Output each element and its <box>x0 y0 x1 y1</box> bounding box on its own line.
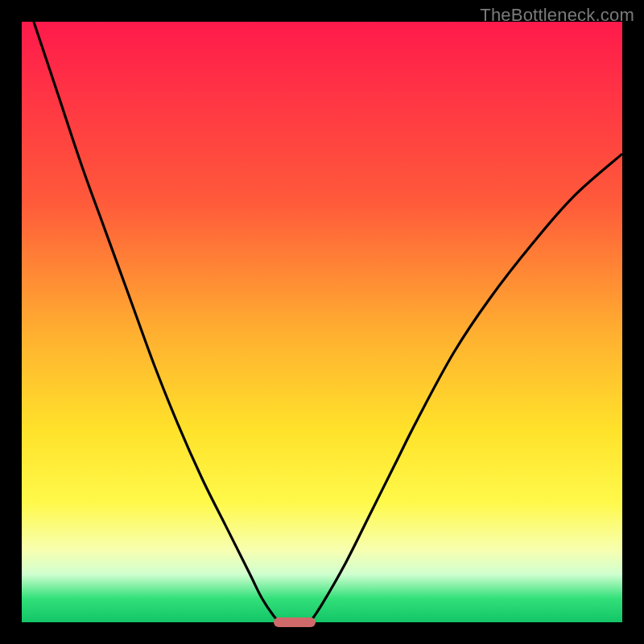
curve-layer <box>22 22 622 622</box>
plot-area <box>22 22 622 622</box>
right-curve-path <box>310 154 622 622</box>
bottleneck-marker <box>274 617 316 627</box>
chart-frame: TheBottleneck.com <box>0 0 644 644</box>
left-curve-path <box>34 22 280 622</box>
